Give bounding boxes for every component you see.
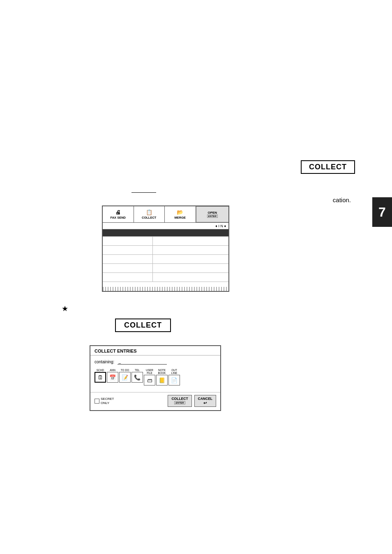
entry-type-outline: OUTLINE 📄	[168, 369, 180, 385]
outline-icon[interactable]: 📄	[168, 375, 180, 385]
secret-only-toggle[interactable]: SECRET ONLY	[95, 397, 114, 405]
toolbar-open[interactable]: OPEN ENTER	[196, 206, 229, 222]
dialog-cancel-button[interactable]: CANCEL ↩	[194, 395, 216, 407]
entry-types-row: SCHD 🗓 ANN 📅 TO DO 📝 TEL 📞 USERFILE 🗃	[95, 369, 216, 385]
collect-icon: 📋	[146, 209, 152, 215]
ann-label: ANN	[110, 369, 115, 372]
todo-icon[interactable]: 📝	[119, 372, 131, 383]
secret-checkbox[interactable]	[95, 399, 99, 404]
footer-buttons: COLLECT ENTER CANCEL ↩	[168, 395, 216, 407]
dialog-body: containing: SCHD 🗓 ANN 📅 TO DO 📝 TEL �	[90, 355, 220, 392]
schd-icon[interactable]: 🗓	[95, 372, 106, 383]
schd-label: SCHD	[97, 369, 104, 372]
entry-type-tel: TEL 📞	[131, 369, 143, 385]
toolbar-merge-label: MERGE	[174, 216, 186, 219]
entry-type-todo: TO DO 📝	[119, 369, 131, 385]
collect-button-top[interactable]: COLLECT	[301, 160, 355, 174]
fax-ui-panel: 🖨 FAX SEND 📋 COLLECT 📂 MERGE OPEN ENTER …	[102, 205, 229, 292]
dialog-cancel-label: CANCEL	[198, 397, 212, 401]
dialog-footer: SECRET ONLY COLLECT ENTER CANCEL ↩	[90, 392, 220, 410]
toolbar-fax-send[interactable]: 🖨 FAX SEND	[103, 206, 134, 222]
panel-scrollbar	[103, 287, 228, 291]
panel-row[interactable]	[103, 255, 228, 264]
chapter-tab: 7	[372, 197, 392, 227]
entry-type-ann: ANN 📅	[107, 369, 118, 385]
containing-label: containing:	[95, 360, 114, 364]
entry-type-schd: SCHD 🗓	[95, 369, 106, 385]
panel-toolbar: 🖨 FAX SEND 📋 COLLECT 📂 MERGE OPEN ENTER	[103, 206, 228, 223]
panel-row[interactable]	[103, 273, 228, 282]
tel-label: TEL	[135, 369, 140, 372]
toolbar-fax-send-label: FAX SEND	[110, 216, 126, 219]
notebook-icon[interactable]: 📒	[156, 375, 168, 385]
secret-label-line1: SECRET	[101, 397, 114, 401]
userfile-label: USERFILE	[146, 369, 153, 374]
entry-type-notebook: NOTEBOOK 📒	[156, 369, 168, 385]
cancel-arrow-icon: ↩	[203, 401, 207, 405]
ann-icon[interactable]: 📅	[107, 372, 118, 383]
collect-entries-dialog: COLLECT ENTRIES containing: SCHD 🗓 ANN 📅…	[90, 345, 221, 411]
toolbar-open-label: OPEN	[208, 211, 217, 215]
panel-row[interactable]	[103, 264, 228, 273]
fax-send-icon: 🖨	[115, 209, 121, 215]
containing-row: containing:	[95, 359, 216, 365]
toolbar-merge[interactable]: 📂 MERGE	[165, 206, 196, 222]
dialog-collect-enter: ENTER	[174, 401, 185, 404]
cation-text: cation.	[333, 196, 351, 203]
collect-btn-bottom-label: COLLECT	[124, 321, 162, 329]
merge-icon: 📂	[177, 209, 183, 215]
panel-row-selected[interactable]	[103, 229, 228, 237]
star-bullet: ★	[62, 304, 68, 313]
secret-label-line2: ONLY	[101, 401, 114, 405]
entry-type-userfile: USERFILE 🗃	[144, 369, 155, 385]
dialog-title: COLLECT ENTRIES	[90, 346, 220, 355]
secret-text: SECRET ONLY	[101, 397, 114, 405]
nav-indicators: ♦ I N ♦	[215, 224, 226, 228]
horizontal-divider	[131, 192, 156, 193]
tel-icon[interactable]: 📞	[131, 372, 143, 383]
collect-button-bottom[interactable]: COLLECT	[115, 319, 171, 332]
todo-label: TO DO	[121, 369, 129, 372]
notebook-label: NOTEBOOK	[158, 369, 166, 374]
userfile-icon[interactable]: 🗃	[144, 375, 155, 385]
panel-list	[103, 229, 228, 282]
toolbar-collect[interactable]: 📋 COLLECT	[134, 206, 165, 222]
containing-input[interactable]	[118, 359, 167, 365]
dialog-collect-button[interactable]: COLLECT ENTER	[168, 395, 191, 407]
panel-row[interactable]	[103, 246, 228, 255]
collect-btn-top-label: COLLECT	[309, 163, 347, 171]
dialog-collect-label: COLLECT	[171, 397, 188, 401]
panel-nav-indicators: ♦ I N ♦	[103, 223, 228, 229]
enter-label: ENTER	[207, 215, 218, 218]
toolbar-collect-label: COLLECT	[142, 216, 156, 219]
panel-row[interactable]	[103, 237, 228, 246]
outline-label: OUTLINE	[171, 369, 177, 374]
chapter-number: 7	[378, 205, 386, 220]
